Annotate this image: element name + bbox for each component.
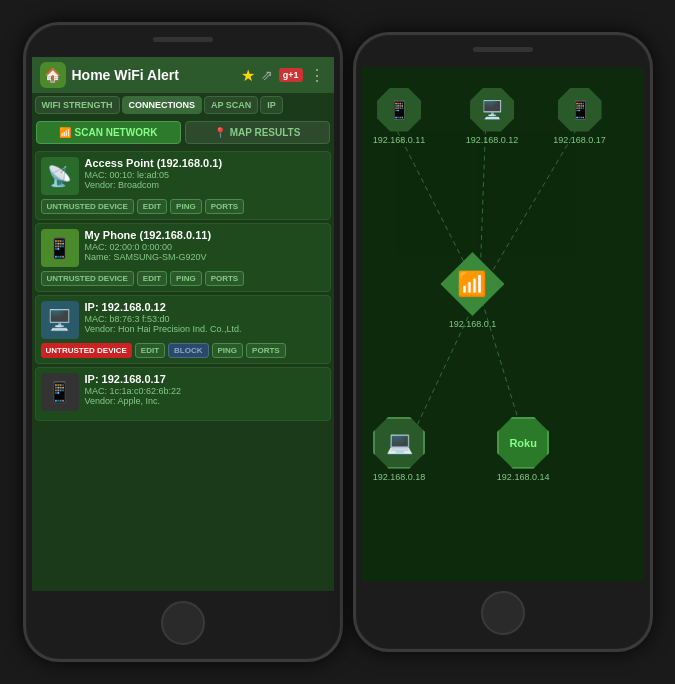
node-label: 192.168.0.14 <box>497 472 550 482</box>
map-node-0.14[interactable]: Roku 192.168.0.14 <box>497 417 550 482</box>
map-node-0.18[interactable]: 💻 192.168.0.18 <box>373 417 426 482</box>
ping-button[interactable]: PING <box>170 271 202 286</box>
device-vendor: Vendor: Apple, Inc. <box>85 396 325 406</box>
node-shape-pc: 🖥️ <box>470 88 514 132</box>
scan-network-button[interactable]: 📶 SCAN NETWORK <box>36 121 181 144</box>
share-icon[interactable]: ⇗ <box>261 67 273 83</box>
device-mac: MAC: b8:76:3 f:53:d0 <box>85 314 325 324</box>
device-vendor: Vendor: Hon Hai Precision Ind. Co.,Ltd. <box>85 324 325 334</box>
device-info: IP: 192.168.0.12 MAC: b8:76:3 f:53:d0 Ve… <box>85 301 325 334</box>
device-actions: UNTRUSTED DEVICE EDIT PING PORTS <box>41 271 325 286</box>
device-info: Access Point (192.168.0.1) MAC: 00:10: l… <box>85 157 325 190</box>
ports-button[interactable]: PORTS <box>205 199 245 214</box>
device-card-pc: 🖥️ IP: 192.168.0.12 MAC: b8:76:3 f:53:d0… <box>35 295 331 364</box>
device-card-header: 📡 Access Point (192.168.0.1) MAC: 00:10:… <box>41 157 325 195</box>
device-name: IP: 192.168.0.17 <box>85 373 325 385</box>
untrusted-button[interactable]: UNTRUSTED DEVICE <box>41 199 134 214</box>
star-icon[interactable]: ★ <box>241 66 255 85</box>
tab-wifi-strength[interactable]: WIFI STRENGTH <box>35 96 120 114</box>
untrusted-button[interactable]: UNTRUSTED DEVICE <box>41 271 134 286</box>
device-vendor: Vendor: Broadcom <box>85 180 325 190</box>
map-node-0.11[interactable]: 📱 192.168.0.11 <box>373 88 426 145</box>
menu-dots-icon[interactable]: ⋮ <box>309 66 326 85</box>
map-node-router[interactable]: 📶 192.168.0.1 <box>440 252 504 329</box>
left-phone: 🏠 Home WiFi Alert ★ ⇗ g+1 ⋮ WIFI STRENGT… <box>23 22 343 662</box>
device-mac: MAC: 1c:1a:c0:62:6b:22 <box>85 386 325 396</box>
pc-thumbnail: 🖥️ <box>41 301 79 339</box>
node-shape-router: 📶 <box>440 252 504 316</box>
header-icons: ★ ⇗ g+1 ⋮ <box>241 66 326 85</box>
gplus-button[interactable]: g+1 <box>279 68 303 82</box>
network-map: 📱 192.168.0.11 🖥️ 192.168.0.12 📱 192.168… <box>362 67 644 581</box>
ping-button[interactable]: PING <box>170 199 202 214</box>
device-card-header: 📱 IP: 192.168.0.17 MAC: 1c:1a:c0:62:6b:2… <box>41 373 325 411</box>
device-info: IP: 192.168.0.17 MAC: 1c:1a:c0:62:6b:22 … <box>85 373 325 406</box>
device-card-myphone: 📱 My Phone (192.168.0.11) MAC: 02:00:0 0… <box>35 223 331 292</box>
action-row: 📶 SCAN NETWORK 📍 MAP RESULTS <box>32 117 334 148</box>
device-mac: MAC: 00:10: le:ad:05 <box>85 170 325 180</box>
node-label: 192.168.0.11 <box>373 135 426 145</box>
node-shape-phone: 📱 <box>377 88 421 132</box>
edit-button[interactable]: EDIT <box>137 199 167 214</box>
device-vendor: Name: SAMSUNG-SM-G920V <box>85 252 325 262</box>
app-header: 🏠 Home WiFi Alert ★ ⇗ g+1 ⋮ <box>32 57 334 93</box>
wifi-scan-icon: 📶 <box>59 127 71 138</box>
app-icon: 🏠 <box>40 62 66 88</box>
tab-bar: WIFI STRENGTH CONNECTIONS AP SCAN IP <box>32 93 334 117</box>
tab-ap-scan[interactable]: AP SCAN <box>204 96 258 114</box>
node-label: 192.168.0.18 <box>373 472 426 482</box>
node-shape-iphone: 📱 <box>558 88 602 132</box>
tab-connections[interactable]: CONNECTIONS <box>122 96 203 114</box>
edit-button[interactable]: EDIT <box>135 343 165 358</box>
block-button[interactable]: BLOCK <box>168 343 208 358</box>
device-mac: MAC: 02:00:0 0:00:00 <box>85 242 325 252</box>
map-results-button[interactable]: 📍 MAP RESULTS <box>185 121 330 144</box>
right-phone: 📱 192.168.0.11 🖥️ 192.168.0.12 📱 192.168… <box>353 32 653 652</box>
node-label: 192.168.0.12 <box>466 135 519 145</box>
node-label: 192.168.0.17 <box>553 135 606 145</box>
phones-container: 🏠 Home WiFi Alert ★ ⇗ g+1 ⋮ WIFI STRENGT… <box>13 12 663 672</box>
right-screen: 📱 192.168.0.11 🖥️ 192.168.0.12 📱 192.168… <box>362 67 644 581</box>
app-title: Home WiFi Alert <box>72 67 235 83</box>
router-thumbnail: 📡 <box>41 157 79 195</box>
untrusted-red-button[interactable]: UNTRUSTED DEVICE <box>41 343 132 358</box>
device-name: My Phone (192.168.0.11) <box>85 229 325 241</box>
apple-thumbnail: 📱 <box>41 373 79 411</box>
map-node-0.12[interactable]: 🖥️ 192.168.0.12 <box>466 88 519 145</box>
device-card-apple: 📱 IP: 192.168.0.17 MAC: 1c:1a:c0:62:6b:2… <box>35 367 331 421</box>
ping-button[interactable]: PING <box>212 343 244 358</box>
device-actions: UNTRUSTED DEVICE EDIT PING PORTS <box>41 199 325 214</box>
device-card-router: 📡 Access Point (192.168.0.1) MAC: 00:10:… <box>35 151 331 220</box>
device-name: Access Point (192.168.0.1) <box>85 157 325 169</box>
ports-button[interactable]: PORTS <box>205 271 245 286</box>
device-info: My Phone (192.168.0.11) MAC: 02:00:0 0:0… <box>85 229 325 262</box>
device-actions: UNTRUSTED DEVICE EDIT BLOCK PING PORTS <box>41 343 325 358</box>
phone-thumbnail: 📱 <box>41 229 79 267</box>
device-card-header: 📱 My Phone (192.168.0.11) MAC: 02:00:0 0… <box>41 229 325 267</box>
device-card-header: 🖥️ IP: 192.168.0.12 MAC: b8:76:3 f:53:d0… <box>41 301 325 339</box>
tab-ip[interactable]: IP <box>260 96 283 114</box>
edit-button[interactable]: EDIT <box>137 271 167 286</box>
left-screen: 🏠 Home WiFi Alert ★ ⇗ g+1 ⋮ WIFI STRENGT… <box>32 57 334 591</box>
map-pin-icon: 📍 <box>214 127 226 138</box>
node-shape-laptop: 💻 <box>373 417 425 469</box>
ports-button[interactable]: PORTS <box>246 343 286 358</box>
device-name: IP: 192.168.0.12 <box>85 301 325 313</box>
node-label: 192.168.0.1 <box>449 319 497 329</box>
node-shape-roku: Roku <box>497 417 549 469</box>
map-node-0.17[interactable]: 📱 192.168.0.17 <box>553 88 606 145</box>
